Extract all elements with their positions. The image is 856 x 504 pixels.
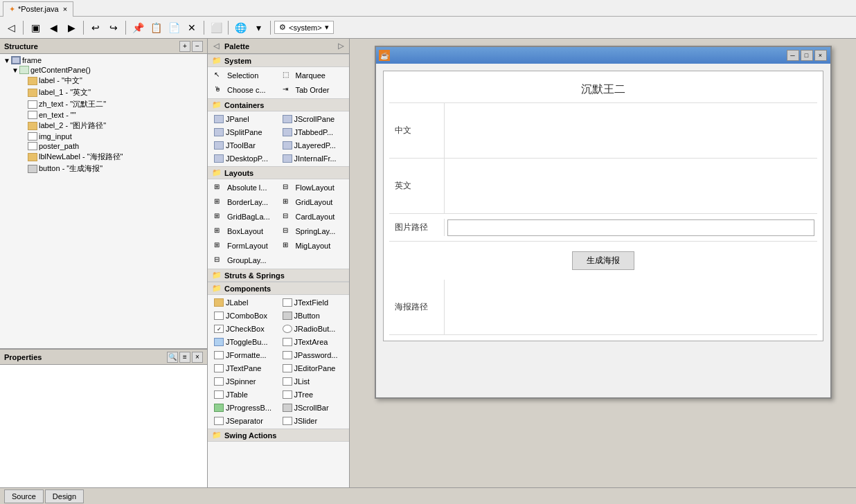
palette-jtoolbar[interactable]: JToolBar bbox=[211, 139, 278, 152]
generate-poster-btn[interactable]: 生成海报 bbox=[572, 251, 634, 270]
palette-jtable[interactable]: JTable bbox=[211, 388, 278, 401]
palette-jbutton[interactable]: JButton bbox=[279, 309, 347, 322]
toolbar-btn-paste[interactable]: 📄 bbox=[166, 19, 182, 36]
tree-item-contentpane[interactable]: ▼ getContentPane() bbox=[0, 65, 207, 75]
toolbar-btn-1[interactable]: ◁ bbox=[3, 19, 19, 36]
toolbar-btn-frame[interactable]: ⬜ bbox=[208, 19, 224, 36]
palette-jprogressbar[interactable]: JProgressB... bbox=[211, 402, 278, 414]
palette-border[interactable]: ⊞ BorderLay... bbox=[211, 195, 278, 209]
tree-item-poster-path[interactable]: poster_path bbox=[0, 141, 207, 151]
tree-item-frame[interactable]: ▼ frame bbox=[0, 55, 207, 65]
jradiobutton-icon bbox=[283, 325, 292, 333]
left-panel: Structure + − ▼ frame ▼ getContentPane( bbox=[0, 39, 208, 487]
palette-gridbag[interactable]: ⊞ GridBagLa... bbox=[211, 210, 278, 224]
swing-close-btn[interactable]: × bbox=[814, 50, 827, 61]
palette-choose[interactable]: 🖱 Choose c... bbox=[211, 83, 278, 97]
toolbar-btn-undo[interactable]: ↩ bbox=[87, 19, 104, 36]
palette-jformattedtextfield[interactable]: JFormatte... bbox=[211, 349, 278, 361]
palette-jlabel[interactable]: JLabel bbox=[211, 296, 278, 309]
palette-group[interactable]: ⊟ GroupLay... bbox=[211, 253, 278, 267]
palette-card[interactable]: ⊟ CardLayout bbox=[279, 210, 347, 224]
palette-jpanel[interactable]: JPanel bbox=[211, 113, 278, 125]
system-dropdown[interactable]: ⚙ <system> ▾ bbox=[274, 21, 334, 34]
tab-close-icon[interactable]: × bbox=[63, 5, 67, 13]
toolbar-btn-dropdown[interactable]: ▾ bbox=[250, 19, 267, 36]
properties-search-btn[interactable]: 🔍 bbox=[167, 352, 178, 363]
palette-form[interactable]: ⊞ FormLayout bbox=[211, 239, 278, 253]
palette-jsplitpane[interactable]: JSplitPane bbox=[211, 126, 278, 138]
palette-selection[interactable]: ↖ Selection bbox=[211, 69, 278, 82]
properties-close-btn[interactable]: × bbox=[192, 352, 203, 363]
palette-jcheckbox[interactable]: ✓ JCheckBox bbox=[211, 323, 278, 335]
palette-flow[interactable]: ⊟ FlowLayout bbox=[279, 181, 347, 195]
palette-jtabbedpane[interactable]: JTabbedP... bbox=[279, 126, 347, 138]
palette-jlayeredpane[interactable]: JLayeredP... bbox=[279, 139, 347, 152]
tree-item-zh-text[interactable]: zh_text - "沉默王二" bbox=[0, 98, 207, 110]
palette-jtabbedpane-label: JTabbedP... bbox=[294, 128, 334, 136]
structure-remove-btn[interactable]: − bbox=[192, 41, 203, 52]
textarea-en[interactable] bbox=[447, 161, 814, 210]
palette-jdesktoppane[interactable]: JDesktopP... bbox=[211, 152, 278, 165]
toolbar-btn-select[interactable]: ▣ bbox=[27, 19, 44, 36]
palette-jradiobutton[interactable]: JRadioBut... bbox=[279, 323, 347, 335]
poster-path-icon bbox=[28, 142, 37, 150]
textarea-zh[interactable] bbox=[447, 106, 814, 155]
toolbar-btn-copy[interactable]: 📋 bbox=[148, 19, 164, 36]
palette-jscrollbar-label: JScrollBar bbox=[294, 404, 329, 412]
jpassword-icon bbox=[283, 351, 292, 359]
tree-item-en-text[interactable]: en_text - "" bbox=[0, 110, 207, 120]
tree-toggle-contentpane[interactable]: ▼ bbox=[11, 66, 19, 74]
palette-jtextfield[interactable]: JTextField bbox=[279, 296, 347, 309]
tree-item-label-img[interactable]: label_2 - "图片路径" bbox=[0, 120, 207, 132]
design-tab[interactable]: Design bbox=[45, 489, 84, 503]
toolbar-btn-prev[interactable]: ◀ bbox=[45, 19, 62, 36]
properties-cols-btn[interactable]: ≡ bbox=[179, 352, 190, 363]
system-dropdown-icon: ⚙ bbox=[279, 23, 286, 32]
palette-jeditorpane[interactable]: JEditorPane bbox=[279, 362, 347, 375]
palette-jcombobox[interactable]: JComboBox bbox=[211, 309, 278, 322]
palette-jtree[interactable]: JTree bbox=[279, 388, 347, 401]
palette-grid[interactable]: ⊞ GridLayout bbox=[279, 195, 347, 209]
palette-jspinner[interactable]: JSpinner bbox=[211, 375, 278, 388]
swing-maximize-btn[interactable]: □ bbox=[801, 50, 813, 61]
palette-taborder[interactable]: ⇥ Tab Order bbox=[279, 83, 347, 97]
poster-java-tab[interactable]: ✦ *Poster.java × bbox=[3, 1, 73, 17]
jtabbedpane-icon bbox=[283, 128, 292, 136]
input-imgpath[interactable] bbox=[447, 219, 814, 236]
tree-item-label-zh[interactable]: label - "中文" bbox=[0, 75, 207, 87]
toolbar-btn-redo[interactable]: ↪ bbox=[105, 19, 122, 36]
form-row-zh: 中文 bbox=[389, 103, 817, 159]
palette-jtextpane[interactable]: JTextPane bbox=[211, 362, 278, 375]
form-row-posterpath: 海报路径 bbox=[389, 280, 817, 335]
palette-jpasswordfield[interactable]: JPassword... bbox=[279, 349, 347, 361]
palette-jseparator[interactable]: JSeparator bbox=[211, 415, 278, 427]
tree-label-contentpane: getContentPane() bbox=[30, 66, 91, 74]
palette-mig[interactable]: ⊞ MigLayout bbox=[279, 239, 347, 253]
swing-minimize-btn[interactable]: ─ bbox=[787, 50, 799, 61]
system-dropdown-label: <system> bbox=[289, 24, 322, 32]
palette-jscrollpane[interactable]: JScrollPane bbox=[279, 113, 347, 125]
toolbar-btn-web[interactable]: 🌐 bbox=[232, 19, 249, 36]
tree-item-lbl-new[interactable]: lblNewLabel - "海报路径" bbox=[0, 151, 207, 163]
textarea-posterpath[interactable] bbox=[447, 282, 814, 332]
palette-marquee[interactable]: ⬚ Marquee bbox=[279, 69, 347, 82]
tree-label-en-text: en_text - "" bbox=[39, 111, 76, 119]
source-tab[interactable]: Source bbox=[4, 489, 44, 503]
toolbar-btn-delete[interactable]: ✕ bbox=[184, 19, 200, 36]
palette-jtextarea[interactable]: JTextArea bbox=[279, 336, 347, 348]
toolbar-btn-next[interactable]: ▶ bbox=[63, 19, 80, 36]
palette-box[interactable]: ⊞ BoxLayout bbox=[211, 224, 278, 238]
tree-toggle-frame[interactable]: ▼ bbox=[3, 57, 11, 64]
palette-jlist[interactable]: JList bbox=[279, 375, 347, 388]
toolbar-btn-pin[interactable]: 📌 bbox=[130, 19, 146, 36]
tree-item-img-input[interactable]: img_input bbox=[0, 132, 207, 141]
palette-jinternalframe[interactable]: JInternalFr... bbox=[279, 152, 347, 165]
palette-absolute[interactable]: ⊞ Absolute l... bbox=[211, 181, 278, 195]
tree-item-label-en[interactable]: label_1 - "英文" bbox=[0, 87, 207, 98]
palette-jtogglebutton[interactable]: JToggleBu... bbox=[211, 336, 278, 348]
structure-add-btn[interactable]: + bbox=[179, 41, 190, 52]
palette-spring[interactable]: ⊟ SpringLay... bbox=[279, 224, 347, 238]
palette-jscrollbar[interactable]: JScrollBar bbox=[279, 402, 347, 414]
palette-jslider[interactable]: JSlider bbox=[279, 415, 347, 427]
tree-item-button[interactable]: button - "生成海报" bbox=[0, 163, 207, 174]
